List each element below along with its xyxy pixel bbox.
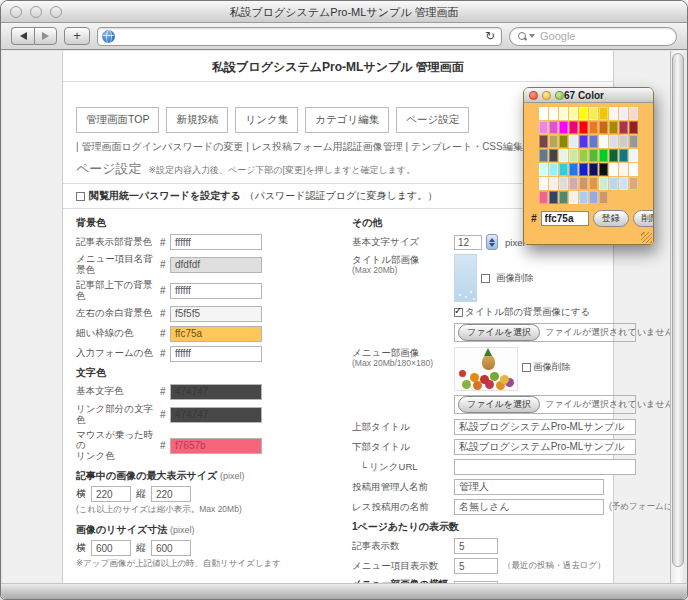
forward-button[interactable] [34, 27, 57, 45]
menu-image-delete-checkbox[interactable] [522, 363, 531, 372]
unified-password-checkbox[interactable] [76, 192, 85, 201]
nav-button-new-post[interactable]: 新規投稿 [166, 107, 228, 133]
color-swatch[interactable] [589, 121, 598, 134]
delete-button[interactable]: 削除 [633, 210, 654, 227]
refresh-icon[interactable]: ↻ [485, 29, 497, 43]
color-swatch[interactable] [599, 163, 608, 176]
nav-button-category-edit[interactable]: カテゴリ編集 [305, 107, 389, 133]
search-options-caret-icon[interactable] [529, 34, 535, 38]
link-url-input[interactable] [454, 459, 636, 475]
color-swatch[interactable] [619, 163, 628, 176]
color-swatch[interactable] [559, 191, 568, 204]
color-swatch[interactable] [619, 107, 628, 120]
color-swatch[interactable] [549, 177, 558, 190]
articles-count-input[interactable] [454, 538, 498, 554]
title-image-file-button[interactable]: ファイルを選択 [458, 324, 540, 341]
color-swatch[interactable] [579, 107, 588, 120]
picker-close-button[interactable] [529, 91, 538, 100]
vertical-scrollbar[interactable] [670, 51, 685, 583]
color-swatch[interactable] [569, 121, 578, 134]
color-swatch[interactable] [539, 149, 548, 162]
color-swatch[interactable] [539, 135, 548, 148]
nav-button-links[interactable]: リンク集 [235, 107, 298, 133]
color-swatch[interactable] [549, 163, 558, 176]
picker-minimize-button[interactable] [542, 91, 551, 100]
menu-image-file-button[interactable]: ファイルを選択 [458, 396, 540, 413]
color-swatch[interactable] [589, 149, 598, 162]
color-swatch[interactable] [599, 177, 608, 190]
color-swatch[interactable] [559, 163, 568, 176]
color-swatch[interactable] [609, 163, 618, 176]
color-swatch[interactable] [629, 121, 638, 134]
link-text-color-input[interactable] [170, 407, 262, 423]
image-max-width-input[interactable] [91, 486, 131, 502]
base-text-color-input[interactable] [170, 384, 262, 400]
color-swatch[interactable] [629, 107, 638, 120]
image-resize-width-input[interactable] [91, 540, 131, 556]
article-topbottom-bg-color-input[interactable] [170, 283, 262, 299]
scrollbar-thumb[interactable] [672, 53, 684, 567]
url-input[interactable] [119, 29, 481, 43]
color-swatch[interactable] [569, 163, 578, 176]
color-swatch[interactable] [599, 107, 608, 120]
color-swatch[interactable] [629, 135, 638, 148]
color-swatch[interactable] [619, 149, 628, 162]
article-bg-color-input[interactable] [170, 234, 262, 250]
color-swatch[interactable] [619, 121, 628, 134]
title-image-delete-checkbox[interactable] [481, 274, 490, 283]
thin-border-color-input[interactable] [170, 326, 262, 342]
admin-links-row[interactable]: | 管理画面ログインパスワードの変更 | レス投稿フォーム用認証画像管理 | テ… [76, 140, 600, 154]
color-swatch[interactable] [609, 107, 618, 120]
color-swatch[interactable] [589, 135, 598, 148]
color-swatch[interactable] [579, 177, 588, 190]
font-size-stepper[interactable] [486, 234, 498, 250]
admin-name-input[interactable] [454, 479, 604, 495]
color-swatch[interactable] [619, 177, 628, 190]
color-swatch[interactable] [549, 135, 558, 148]
color-swatch[interactable] [599, 191, 608, 204]
input-form-color-input[interactable] [170, 346, 262, 362]
color-swatch[interactable] [599, 135, 608, 148]
menu-item-bg-color-input[interactable] [170, 257, 262, 273]
color-swatch[interactable] [569, 149, 578, 162]
color-swatch[interactable] [569, 135, 578, 148]
color-swatch[interactable] [559, 149, 568, 162]
hover-link-color-input[interactable] [170, 438, 262, 454]
color-swatch[interactable] [569, 191, 578, 204]
color-swatch[interactable] [609, 149, 618, 162]
color-swatch[interactable] [579, 121, 588, 134]
color-swatch[interactable] [609, 177, 618, 190]
image-max-height-input[interactable] [151, 486, 191, 502]
url-field[interactable]: ↻ [97, 27, 502, 46]
top-title-input[interactable] [454, 419, 636, 435]
color-swatch[interactable] [539, 121, 548, 134]
title-bg-checkbox[interactable] [454, 308, 463, 317]
color-swatch[interactable] [539, 163, 548, 176]
color-swatch[interactable] [559, 107, 568, 120]
color-swatch[interactable] [589, 191, 598, 204]
search-input[interactable] [538, 29, 684, 43]
color-swatch[interactable] [549, 107, 558, 120]
color-swatch[interactable] [609, 121, 618, 134]
color-swatch[interactable] [549, 149, 558, 162]
color-swatch[interactable] [549, 121, 558, 134]
color-swatch[interactable] [579, 191, 588, 204]
side-margin-bg-color-input[interactable] [170, 306, 262, 322]
color-swatch[interactable] [539, 191, 548, 204]
color-swatch[interactable] [629, 149, 638, 162]
color-swatch[interactable] [539, 107, 548, 120]
color-swatch[interactable] [579, 149, 588, 162]
image-resize-height-input[interactable] [151, 540, 191, 556]
color-swatch[interactable] [589, 107, 598, 120]
bottom-title-input[interactable] [454, 439, 636, 455]
color-swatch[interactable] [589, 177, 598, 190]
color-swatch[interactable] [559, 121, 568, 134]
color-swatch[interactable] [589, 163, 598, 176]
color-swatch[interactable] [579, 135, 588, 148]
color-swatch[interactable] [599, 121, 608, 134]
search-field[interactable] [509, 27, 677, 46]
color-swatch[interactable] [569, 177, 578, 190]
picker-zoom-button[interactable] [555, 91, 564, 100]
color-swatch[interactable] [569, 107, 578, 120]
color-swatch[interactable] [629, 177, 638, 190]
